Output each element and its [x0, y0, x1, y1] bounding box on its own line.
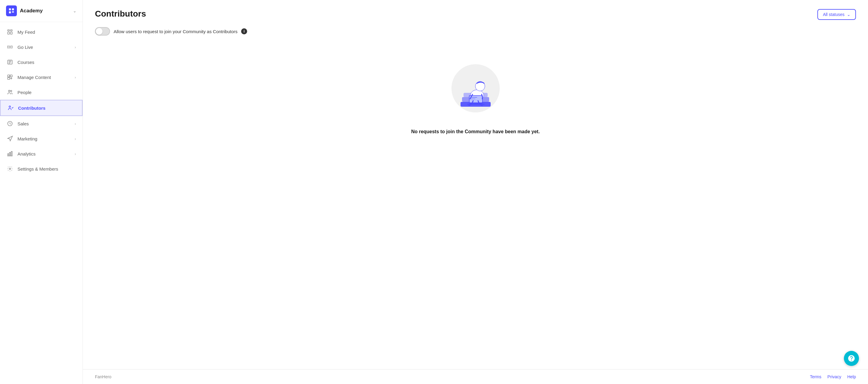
- courses-icon: [7, 59, 13, 65]
- marketing-icon: [7, 135, 13, 142]
- app-logo: [6, 5, 17, 16]
- sidebar-item-label: Marketing: [18, 136, 37, 141]
- sidebar-item-contributors[interactable]: Contributors: [0, 100, 83, 116]
- app-name: Academy: [20, 8, 43, 14]
- toggle-label: Allow users to request to join your Comm…: [114, 29, 238, 34]
- sidebar-item-manage-content[interactable]: Manage Content ›: [0, 70, 83, 85]
- sidebar: Academy ⌄ My Feed: [0, 0, 83, 384]
- svg-rect-12: [8, 77, 10, 79]
- manage-content-chevron-icon: ›: [75, 75, 76, 79]
- feed-icon: [7, 29, 13, 35]
- sidebar-item-label: Manage Content: [18, 75, 51, 80]
- svg-rect-0: [9, 8, 11, 10]
- toggle-knob: [96, 28, 102, 35]
- app-chevron-icon: ⌄: [73, 8, 76, 13]
- people-icon: [7, 89, 13, 96]
- sidebar-item-label: Courses: [18, 60, 34, 65]
- manage-icon: [7, 74, 13, 81]
- svg-rect-30: [470, 99, 475, 99]
- svg-rect-4: [8, 30, 10, 31]
- contributors-icon: [7, 105, 14, 111]
- sidebar-item-label: Settings & Members: [18, 166, 58, 171]
- sidebar-nav: My Feed Go Live › Courses: [0, 22, 83, 384]
- svg-rect-17: [8, 154, 9, 156]
- sidebar-item-my-feed[interactable]: My Feed: [0, 24, 83, 39]
- sidebar-item-label: Go Live: [18, 44, 33, 50]
- terms-link[interactable]: Terms: [810, 374, 821, 379]
- empty-state-text: No requests to join the Community have b…: [411, 129, 540, 134]
- support-button[interactable]: [844, 351, 859, 366]
- marketing-chevron-icon: ›: [75, 136, 76, 141]
- svg-rect-18: [9, 153, 10, 156]
- sales-icon: [7, 120, 13, 127]
- svg-point-13: [8, 90, 10, 92]
- logo-area: Academy: [6, 5, 43, 16]
- privacy-link[interactable]: Privacy: [827, 374, 841, 379]
- sidebar-item-label: Analytics: [18, 151, 36, 156]
- settings-icon: [7, 165, 13, 172]
- svg-rect-6: [8, 32, 10, 34]
- page-title: Contributors: [95, 9, 146, 19]
- svg-rect-3: [12, 11, 14, 13]
- sidebar-item-sales[interactable]: Sales ›: [0, 116, 83, 131]
- status-dropdown-chevron-icon: ⌄: [847, 12, 850, 17]
- footer: FanHero Terms Privacy Help: [83, 369, 868, 384]
- svg-rect-2: [9, 11, 11, 13]
- svg-rect-1: [12, 8, 14, 10]
- status-dropdown[interactable]: All statuses ⌄: [817, 9, 856, 20]
- svg-point-15: [9, 106, 10, 107]
- svg-rect-5: [10, 30, 12, 31]
- svg-point-8: [9, 46, 11, 48]
- svg-point-14: [10, 90, 12, 92]
- main-content: Contributors All statuses ⌄ Allow users …: [83, 0, 868, 369]
- toggle-row: Allow users to request to join your Comm…: [95, 27, 856, 36]
- analytics-icon: [7, 151, 13, 157]
- status-dropdown-label: All statuses: [823, 12, 844, 17]
- sidebar-item-label: Sales: [18, 121, 29, 126]
- svg-point-20: [9, 168, 11, 170]
- sidebar-item-go-live[interactable]: Go Live ›: [0, 39, 83, 55]
- sidebar-item-analytics[interactable]: Analytics ›: [0, 146, 83, 161]
- sidebar-item-courses[interactable]: Courses: [0, 55, 83, 70]
- empty-state: No requests to join the Community have b…: [95, 47, 856, 147]
- live-icon: [7, 44, 13, 50]
- sidebar-header[interactable]: Academy ⌄: [0, 0, 83, 22]
- main-area: Contributors All statuses ⌄ Allow users …: [83, 0, 868, 384]
- empty-state-illustration: [442, 60, 509, 120]
- footer-brand: FanHero: [95, 374, 111, 379]
- page-header: Contributors All statuses ⌄: [95, 9, 856, 20]
- sidebar-item-label: People: [18, 90, 32, 95]
- sidebar-item-people[interactable]: People: [0, 85, 83, 100]
- info-icon[interactable]: i: [241, 28, 247, 34]
- go-live-chevron-icon: ›: [75, 45, 76, 50]
- svg-rect-10: [8, 75, 10, 77]
- sidebar-item-settings[interactable]: Settings & Members: [0, 161, 83, 176]
- analytics-chevron-icon: ›: [75, 152, 76, 156]
- svg-rect-19: [11, 152, 12, 156]
- svg-rect-11: [10, 75, 12, 77]
- sidebar-item-marketing[interactable]: Marketing ›: [0, 131, 83, 146]
- svg-rect-7: [10, 32, 12, 34]
- sidebar-item-label: Contributors: [18, 105, 45, 110]
- footer-links: Terms Privacy Help: [810, 374, 856, 379]
- sales-chevron-icon: ›: [75, 122, 76, 126]
- contributors-toggle[interactable]: [95, 27, 110, 36]
- sidebar-item-label: My Feed: [18, 30, 35, 35]
- help-link[interactable]: Help: [847, 374, 856, 379]
